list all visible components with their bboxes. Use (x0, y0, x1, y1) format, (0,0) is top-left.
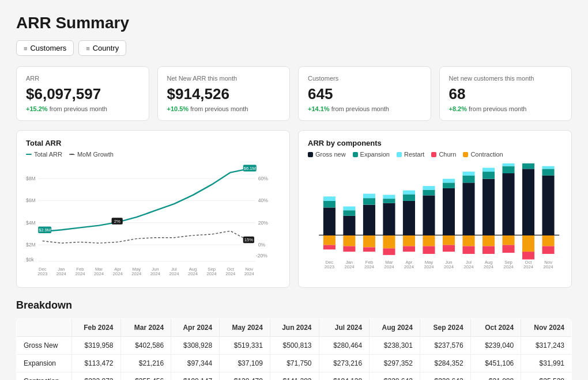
breakdown-title: Breakdown (16, 299, 572, 311)
kpi-arr-text: from previous month (50, 105, 107, 112)
filter-bar: ≡ Customers ≡ Country (16, 40, 572, 56)
svg-rect-100 (522, 252, 534, 259)
svg-rect-69 (403, 191, 415, 195)
col-header-mar2024: Mar 2024 (120, 319, 171, 337)
kpi-arr-label: ARR (26, 75, 140, 82)
total-arr-svg: $8M $6M $4M $2M $0k 60% 40% 20% 0% -20% (26, 162, 280, 278)
col-header-jul2024: Jul 2024 (319, 319, 370, 337)
svg-rect-79 (443, 179, 455, 183)
kpi-arr-pct: +15.2% (26, 105, 48, 112)
svg-rect-73 (423, 190, 435, 196)
filter-country-label: Country (93, 44, 119, 52)
row-expansion-jun: $71,750 (270, 355, 319, 373)
svg-rect-102 (542, 169, 554, 176)
svg-rect-47 (323, 207, 336, 235)
row-contraction-aug: $228,643 (370, 373, 420, 381)
svg-rect-52 (343, 216, 355, 235)
row-expansion-mar: $21,216 (120, 355, 171, 373)
arr-components-svg-container: Dec 2023 Jan 2024 Feb 2024 Mar 2024 Apr … (308, 162, 562, 279)
svg-rect-55 (343, 235, 355, 246)
svg-rect-81 (443, 245, 455, 252)
filter-customers[interactable]: ≡ Customers (16, 40, 74, 56)
legend-total-arr-label: Total ARR (34, 151, 62, 158)
filter-country[interactable]: ≡ Country (78, 40, 126, 56)
row-contraction-jun: $141,283 (270, 373, 319, 381)
svg-rect-96 (502, 245, 514, 253)
svg-rect-92 (502, 173, 514, 235)
svg-text:$4M: $4M (26, 220, 36, 226)
kpi-row: ARR $6,097,597 +15.2% from previous mont… (16, 66, 572, 121)
legend-restart-icon (397, 152, 402, 157)
svg-text:2024: 2024 (131, 271, 142, 276)
table-header-row: Feb 2024 Mar 2024 Apr 2024 May 2024 Jun … (17, 319, 572, 337)
svg-rect-70 (403, 235, 415, 246)
kpi-arr: ARR $6,097,597 +15.2% from previous mont… (16, 66, 149, 121)
kpi-customers-change: +14.1% from previous month (308, 105, 421, 112)
svg-text:2%: 2% (114, 219, 120, 224)
row-gross-new-feb: $319,958 (71, 337, 120, 355)
kpi-net-arr-label: Net New ARR this month (167, 75, 281, 82)
arr-components-svg: Dec 2023 Jan 2024 Feb 2024 Mar 2024 Apr … (308, 162, 562, 278)
svg-rect-99 (522, 235, 534, 252)
kpi-arr-value: $6,097,597 (26, 85, 140, 103)
legend-expansion-icon (353, 152, 358, 157)
svg-text:2024: 2024 (344, 264, 355, 269)
row-expansion-sep: $284,352 (420, 355, 470, 373)
svg-rect-88 (483, 172, 495, 178)
breakdown-table: Feb 2024 Mar 2024 Apr 2024 May 2024 Jun … (16, 318, 572, 380)
legend-contraction-label: Contraction (470, 151, 503, 158)
svg-text:-20%: -20% (256, 253, 267, 259)
row-gross-new-jun: $500,813 (270, 337, 319, 355)
svg-rect-53 (343, 210, 355, 216)
col-header-aug2024: Aug 2024 (370, 319, 420, 337)
row-contraction-apr: $190,147 (171, 373, 220, 381)
col-header-apr2024: Apr 2024 (171, 319, 220, 337)
svg-text:20%: 20% (258, 220, 269, 226)
col-header-label (17, 319, 72, 337)
table-row: Gross New $319,958 $402,586 $308,928 $51… (17, 337, 572, 355)
svg-text:2024: 2024 (56, 271, 67, 276)
svg-rect-50 (323, 235, 336, 245)
kpi-net-arr-pct: +10.5% (167, 105, 189, 112)
svg-text:40%: 40% (258, 197, 269, 203)
breakdown-section: Breakdown Feb 2024 Mar 2024 Apr 2024 May… (16, 299, 572, 380)
svg-rect-68 (403, 194, 415, 201)
row-gross-new-jul: $280,464 (319, 337, 370, 355)
row-contraction-jul: $184,128 (319, 373, 370, 381)
charts-row: Total ARR Total ARR MoM Growth $8M $6M $… (16, 130, 572, 288)
row-gross-new-oct: $239,040 (470, 337, 521, 355)
row-gross-new-apr: $308,928 (171, 337, 220, 355)
kpi-net-arr-change: +10.5% from previous month (167, 105, 281, 112)
arr-components-chart: ARR by components Gross new Expansion Re… (298, 130, 572, 288)
svg-rect-98 (522, 164, 534, 169)
svg-rect-85 (462, 235, 474, 246)
legend-expansion-label: Expansion (360, 151, 390, 158)
kpi-new-customers: Net new customers this month 68 +8.2% fr… (439, 66, 572, 121)
svg-rect-66 (383, 248, 395, 255)
svg-text:2024: 2024 (94, 271, 104, 276)
kpi-new-cust-text: from previous month (469, 105, 526, 112)
svg-rect-97 (522, 169, 534, 235)
svg-rect-77 (443, 188, 455, 235)
svg-rect-78 (443, 183, 455, 188)
kpi-customers-text: from previous month (331, 105, 389, 112)
svg-text:$2.9M: $2.9M (39, 227, 51, 233)
page-title: ARR Summary (16, 14, 572, 32)
svg-rect-80 (443, 235, 455, 245)
svg-rect-87 (483, 179, 495, 235)
row-contraction-may: $138,470 (220, 373, 270, 381)
kpi-customers-label: Customers (308, 75, 421, 82)
svg-rect-67 (403, 201, 415, 235)
svg-rect-58 (363, 198, 375, 205)
row-contraction-oct: $21,888 (470, 373, 521, 381)
total-arr-svg-container: $8M $6M $4M $2M $0k 60% 40% 20% 0% -20% (26, 162, 280, 278)
row-contraction-sep: $228,643 (420, 373, 470, 381)
svg-text:2024: 2024 (113, 271, 123, 276)
svg-text:$6M: $6M (26, 197, 36, 203)
row-contraction-feb: $223,872 (71, 373, 120, 381)
kpi-new-cust-value: 68 (449, 85, 563, 103)
svg-rect-62 (383, 203, 395, 235)
svg-text:0%: 0% (258, 242, 266, 248)
row-contraction-mar: $255,456 (120, 373, 171, 381)
svg-text:2023: 2023 (37, 271, 47, 276)
